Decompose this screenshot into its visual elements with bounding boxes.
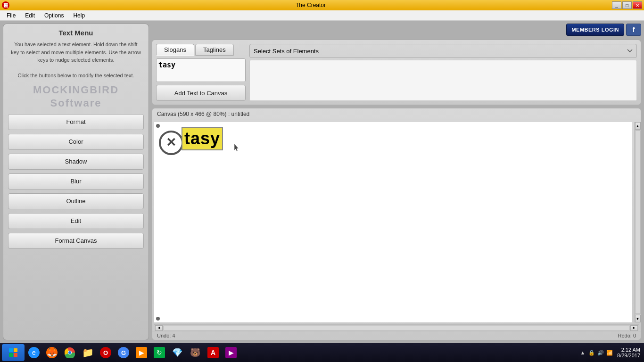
scroll-right-arrow[interactable]: ►: [630, 325, 638, 331]
top-content-area: Slogans Taglines tasy Add Text to Canvas…: [152, 40, 641, 105]
taskbar-g-icon[interactable]: G: [115, 344, 132, 361]
menu-help[interactable]: Help: [68, 11, 90, 20]
outline-button[interactable]: Outline: [8, 193, 144, 209]
canvas-container: Canvas (590 x 466 @ 80%) : untitled ✕ ta…: [152, 108, 641, 340]
sets-dropdown-area: Select Sets of Elements: [249, 44, 637, 101]
left-panel: Text Menu You have selected a text eleme…: [3, 24, 149, 340]
notify-wifi-icon: 📶: [606, 349, 613, 356]
color-button[interactable]: Color: [8, 134, 144, 150]
taskbar-app2-icon[interactable]: 💎: [169, 344, 186, 361]
taskbar-vlc-icon[interactable]: ▶: [133, 344, 150, 361]
taskbar-time-display: 2:12 AM: [617, 347, 640, 353]
svg-rect-1: [14, 348, 17, 352]
slogans-tab[interactable]: Slogans: [156, 44, 194, 56]
cursor-indicator: [233, 143, 240, 152]
taskbar-firefox-icon[interactable]: 🦊: [43, 344, 60, 361]
start-button[interactable]: [2, 344, 25, 361]
canvas-text-element[interactable]: tasy: [182, 127, 223, 150]
undo-status: Undo: 4: [157, 333, 175, 338]
format-canvas-button[interactable]: Format Canvas: [8, 233, 144, 249]
close-button[interactable]: ✕: [633, 1, 642, 9]
menubar: File Edit Options Help: [0, 10, 644, 21]
notify-icon1: 🔒: [588, 349, 595, 356]
right-panel: MEMBERS LOGIN f Slogans Taglines tasy Ad…: [152, 24, 641, 340]
format-button[interactable]: Format: [8, 114, 144, 130]
app-icon: 🖼: [2, 1, 9, 9]
menu-edit[interactable]: Edit: [20, 11, 40, 20]
sets-of-elements-select[interactable]: Select Sets of Elements: [249, 44, 637, 58]
window-controls[interactable]: _ □ ✕: [612, 1, 642, 9]
notify-arrow-icon[interactable]: ▲: [579, 349, 586, 356]
scroll-up-arrow[interactable]: ▲: [635, 122, 641, 130]
members-login-button[interactable]: MEMBERS LOGIN: [566, 24, 624, 36]
svg-rect-3: [14, 353, 17, 357]
facebook-button[interactable]: f: [626, 24, 641, 36]
vertical-scrollbar[interactable]: ▲ ▼: [634, 122, 641, 322]
resize-handle-bl[interactable]: [156, 317, 160, 321]
canvas-text-input[interactable]: tasy: [156, 58, 246, 82]
taskbar: e 🦊 📁 O G ▶ ↻ 💎 🐻: [0, 343, 644, 362]
taskbar-date-display: 8/29/2017: [617, 353, 640, 358]
main-area: Text Menu You have selected a text eleme…: [0, 21, 644, 343]
horizontal-scrollbar[interactable]: ◄ ►: [154, 324, 639, 331]
taskbar-app5-icon[interactable]: ▶: [223, 344, 239, 361]
taskbar-notification-area: ▲ 🔒 🔊 📶: [577, 349, 615, 356]
redo-status: Redo: 0: [618, 333, 636, 338]
canvas-x-letter: ✕: [166, 135, 176, 150]
scroll-track[interactable]: [635, 131, 641, 314]
menu-options[interactable]: Options: [40, 11, 68, 20]
panel-title: Text Menu: [8, 29, 144, 37]
taskbar-opera-icon[interactable]: O: [97, 344, 114, 361]
tab-row: Slogans Taglines: [156, 44, 246, 56]
menu-file[interactable]: File: [2, 11, 20, 20]
taskbar-app4-icon[interactable]: A: [205, 344, 222, 361]
horizontal-scroll-track[interactable]: [164, 326, 629, 330]
sets-preview-area: [249, 60, 637, 101]
members-bar: MEMBERS LOGIN f: [152, 24, 641, 36]
maximize-button[interactable]: □: [622, 1, 632, 9]
window-title: The Creator: [9, 2, 612, 8]
canvas-content: ✕ tasy: [152, 120, 634, 324]
taskbar-files-icon[interactable]: 📁: [79, 344, 96, 361]
taskbar-app1-icon[interactable]: ↻: [151, 344, 168, 361]
canvas-drawing-area[interactable]: ✕ tasy: [154, 122, 632, 322]
panel-description: You have selected a text element. Hold d…: [8, 41, 144, 80]
canvas-status-bar: Undo: 4 Redo: 0: [152, 331, 641, 340]
shadow-button[interactable]: Shadow: [8, 154, 144, 170]
canvas-scroll-area: ✕ tasy: [152, 120, 641, 324]
taskbar-right-area: ▲ 🔒 🔊 📶 2:12 AM 8/29/2017: [577, 347, 642, 358]
taskbar-clock: 2:12 AM 8/29/2017: [617, 347, 642, 358]
taskbar-app3-icon[interactable]: 🐻: [187, 344, 204, 361]
svg-rect-0: [9, 348, 13, 352]
scroll-left-arrow[interactable]: ◄: [155, 325, 163, 331]
edit-button[interactable]: Edit: [8, 213, 144, 229]
notify-icon2: 🔊: [597, 349, 604, 356]
canvas-title: Canvas (590 x 466 @ 80%) : untitled: [152, 108, 641, 120]
scroll-down-arrow[interactable]: ▼: [635, 315, 641, 322]
blur-button[interactable]: Blur: [8, 173, 144, 189]
taglines-tab[interactable]: Taglines: [195, 44, 234, 56]
titlebar: 🖼 The Creator _ □ ✕: [0, 0, 644, 10]
add-text-button[interactable]: Add Text to Canvas: [156, 85, 246, 101]
svg-rect-2: [9, 353, 13, 357]
panel-logo: MOCKINGBIRD Software: [8, 83, 144, 110]
taskbar-ie-icon[interactable]: e: [25, 344, 42, 361]
svg-point-7: [68, 351, 71, 354]
canvas-x-circle-icon: ✕: [159, 131, 183, 155]
taskbar-chrome-icon[interactable]: [61, 344, 78, 361]
resize-handle-tl[interactable]: [156, 124, 160, 128]
text-input-area: Slogans Taglines tasy Add Text to Canvas: [156, 44, 246, 101]
minimize-button[interactable]: _: [612, 1, 621, 9]
